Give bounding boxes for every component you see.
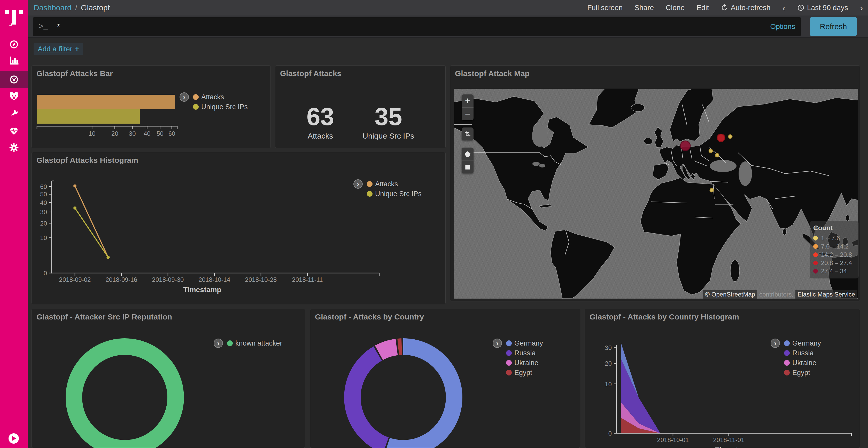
bar-Unique Src IPs[interactable] xyxy=(37,109,140,124)
country-legend: › Germany Russia Ukraine Egypt xyxy=(493,339,543,377)
map-attack-point[interactable] xyxy=(717,134,725,142)
map-draw-polygon-button[interactable] xyxy=(462,148,473,161)
time-prev-button[interactable]: ‹ xyxy=(782,3,785,13)
legend-item-germany[interactable]: Germany xyxy=(506,339,543,348)
data-point[interactable] xyxy=(107,256,110,259)
legend-item-attacks[interactable]: Attacks xyxy=(193,92,248,102)
svg-text:40: 40 xyxy=(40,199,47,206)
svg-text:Timestamp: Timestamp xyxy=(183,286,221,294)
sidebar-expand-button[interactable] xyxy=(8,433,19,444)
sidebar-item-monitoring[interactable] xyxy=(0,122,28,139)
legend-tier-4: 20.8 – 27.4 xyxy=(813,259,855,267)
legend-item-attacks[interactable]: Attacks xyxy=(367,179,422,188)
data-point[interactable] xyxy=(73,206,76,210)
legend-item-known-attacker[interactable]: known attacker xyxy=(227,339,282,348)
legend-item-egypt[interactable]: Egypt xyxy=(506,368,543,377)
pentagon-icon xyxy=(464,151,471,158)
ems-attribution-link[interactable]: Elastic Maps Service xyxy=(796,290,857,299)
world-map[interactable] xyxy=(454,89,858,299)
country-area-chart[interactable]: 01020302018-10-012018-11-01Timestamp xyxy=(585,309,860,448)
auto-refresh-button[interactable]: Auto-refresh xyxy=(721,4,770,12)
line-Unique Src IPs[interactable] xyxy=(75,208,108,257)
search-input[interactable] xyxy=(57,22,770,32)
legend-item-unique-src-ips[interactable]: Unique Src IPs xyxy=(193,102,248,111)
country-donut-chart[interactable] xyxy=(310,309,580,448)
map-fit-bounds-button[interactable] xyxy=(462,128,473,140)
legend-item-russia[interactable]: Russia xyxy=(506,348,543,358)
metric-attacks: 63 Attacks xyxy=(307,104,334,140)
svg-text:20: 20 xyxy=(605,360,612,367)
map-attack-point[interactable] xyxy=(728,135,732,138)
map-zoom-in-button[interactable]: + xyxy=(462,95,473,107)
legend-item-unique-src-ips[interactable]: Unique Src IPs xyxy=(367,189,422,199)
legend-item-egypt[interactable]: Egypt xyxy=(784,368,821,377)
time-range-button[interactable]: Last 90 days xyxy=(797,4,848,12)
clone-button[interactable]: Clone xyxy=(666,4,685,12)
map-zoom-out-button[interactable]: − xyxy=(462,107,473,120)
console-prompt-icon: >_ xyxy=(39,22,48,31)
reputation-legend: › known attacker xyxy=(214,339,282,348)
topbar-actions: Full screen Share Clone Edit Auto-refres… xyxy=(587,3,868,13)
legend-dot xyxy=(193,104,199,110)
wrench-icon xyxy=(9,109,19,118)
line-chart[interactable]: 01020304050602018-09-022018-09-162018-09… xyxy=(32,152,445,304)
bar-chart-icon xyxy=(9,56,19,66)
data-point[interactable] xyxy=(73,184,76,187)
telekom-logo[interactable] xyxy=(4,4,24,29)
map-draw-rectangle-button[interactable] xyxy=(462,161,473,173)
legend-item-ukraine[interactable]: Ukraine xyxy=(506,358,543,368)
breadcrumb-separator: / xyxy=(75,3,77,12)
osm-attribution-link[interactable]: © OpenStreetMap xyxy=(703,290,757,299)
time-next-button[interactable]: › xyxy=(860,3,863,13)
world-map-canvas[interactable] xyxy=(454,89,858,299)
options-link[interactable]: Options xyxy=(770,23,796,31)
reputation-donut-chart[interactable] xyxy=(32,309,305,448)
legend-toggle-icon[interactable]: › xyxy=(214,339,223,348)
legend-dot xyxy=(193,94,199,100)
legend-toggle-icon[interactable]: › xyxy=(771,339,780,348)
metric-unique-src-ips: 35 Unique Src IPs xyxy=(363,104,414,140)
svg-text:50: 50 xyxy=(157,130,163,137)
legend-tier-2: 7.6 – 14.2 xyxy=(813,242,855,250)
sidebar-item-discover[interactable] xyxy=(0,36,28,53)
map-attack-point[interactable] xyxy=(710,188,714,192)
sidebar-item-honeypot[interactable] xyxy=(0,88,28,105)
fullscreen-button[interactable]: Full screen xyxy=(587,4,623,12)
legend-item-germany[interactable]: Germany xyxy=(784,339,821,348)
legend-toggle-icon[interactable]: › xyxy=(180,92,189,102)
search-box[interactable]: >_ Options xyxy=(33,17,801,36)
sidebar-item-dashboard[interactable] xyxy=(0,71,28,88)
svg-text:2018-10-28: 2018-10-28 xyxy=(245,276,277,283)
add-filter-button[interactable]: Add a filter+ xyxy=(34,43,83,55)
breadcrumb-dashboard-link[interactable]: Dashboard xyxy=(34,3,71,12)
legend-item-russia[interactable]: Russia xyxy=(784,348,821,358)
legend-item-ukraine[interactable]: Ukraine xyxy=(784,358,821,368)
svg-text:0: 0 xyxy=(609,430,612,437)
panel-attacks-metric: Glastopf Attacks 63 Attacks 35 Unique Sr… xyxy=(275,65,445,148)
share-button[interactable]: Share xyxy=(634,4,654,12)
refresh-button[interactable]: Refresh xyxy=(810,17,857,36)
svg-text:50: 50 xyxy=(40,191,47,198)
svg-text:0: 0 xyxy=(44,270,47,277)
panel-title: Glastopf Attacks Bar xyxy=(36,69,113,78)
legend-tier-5: 27.4 – 34 xyxy=(813,267,855,275)
map-attack-point[interactable] xyxy=(680,141,690,151)
bar-Attacks[interactable] xyxy=(37,95,175,109)
legend-toggle-icon[interactable]: › xyxy=(353,179,363,188)
line-Attacks[interactable] xyxy=(75,186,108,257)
panel-title: Glastopf - Attacker Src IP Reputation xyxy=(36,312,172,321)
edit-button[interactable]: Edit xyxy=(696,4,709,12)
compass-icon xyxy=(9,39,19,49)
sidebar-item-management[interactable] xyxy=(0,139,28,156)
sidebar-item-visualize[interactable] xyxy=(0,52,28,69)
pie-slice-known attacker[interactable] xyxy=(74,347,176,448)
map-attack-point[interactable] xyxy=(715,153,719,157)
map-attack-point[interactable] xyxy=(709,149,712,153)
sidebar-item-devtools[interactable] xyxy=(0,105,28,122)
svg-text:10: 10 xyxy=(605,381,612,388)
legend-toggle-icon[interactable]: › xyxy=(493,339,502,348)
panel-attack-map: Glastopf Attack Map xyxy=(450,65,860,302)
heartbeat-icon xyxy=(9,126,19,136)
panel-attacks-by-country: Glastopf - Attacks by Country › Germany … xyxy=(310,309,580,448)
metric-group: 63 Attacks 35 Unique Src IPs xyxy=(275,104,445,140)
